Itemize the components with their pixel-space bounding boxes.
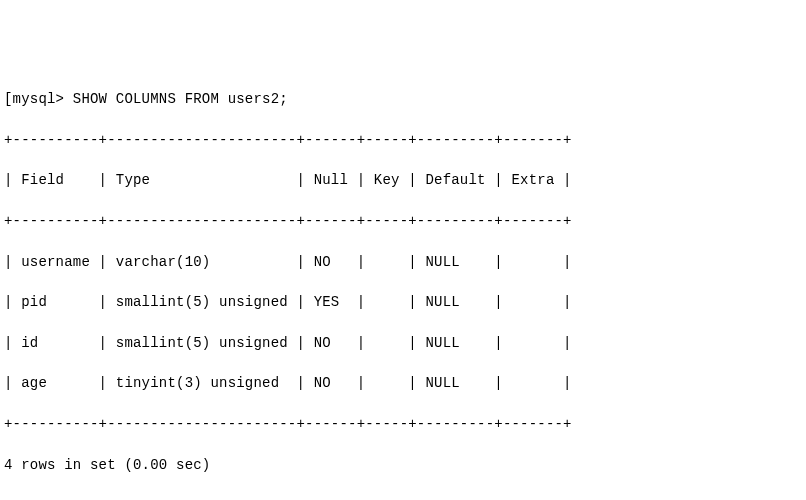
table1-border-bottom: +----------+----------------------+-----… [4,414,806,434]
table1-border-mid: +----------+----------------------+-----… [4,211,806,231]
blank-line-1 [4,495,806,500]
table1-border-top: +----------+----------------------+-----… [4,130,806,150]
table1-row-pid: | pid | smallint(5) unsigned | YES | | N… [4,292,806,312]
mysql-prompt: [mysql> [4,91,73,107]
table1-header: | Field | Type | Null | Key | Default | … [4,170,806,190]
sql-command-1: SHOW COLUMNS FROM users2; [73,91,288,107]
table1-row-username: | username | varchar(10) | NO | | NULL |… [4,252,806,272]
table1-row-age: | age | tinyint(3) unsigned | NO | | NUL… [4,373,806,393]
table1-row-id: | id | smallint(5) unsigned | NO | | NUL… [4,333,806,353]
rows-in-set-1: 4 rows in set (0.00 sec) [4,455,806,475]
prompt-line-1: [mysql> SHOW COLUMNS FROM users2; [4,89,806,109]
